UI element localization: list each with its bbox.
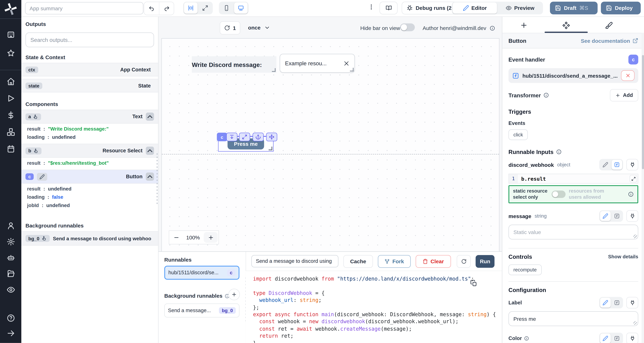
- component-row-header[interactable]: aText: [21, 110, 158, 124]
- sidebar-folders[interactable]: [6, 269, 15, 279]
- centered-layout-button[interactable]: [184, 2, 198, 14]
- resize-grip[interactable]: [633, 321, 637, 325]
- refresh-count-button[interactable]: 1: [220, 21, 240, 34]
- background-runnable-row[interactable]: bg_0Send a message to discord using webh…: [21, 231, 158, 246]
- output-row[interactable]: ctxApp Context: [21, 63, 158, 76]
- full-width-layout-button[interactable]: [198, 2, 212, 14]
- code-editor[interactable]: import discordwebhook from "https://deno…: [246, 271, 502, 343]
- info-icon[interactable]: [524, 336, 529, 341]
- tab-styling[interactable]: [601, 20, 616, 30]
- tab-editor[interactable]: Editor: [452, 2, 497, 14]
- clear-selection-icon[interactable]: [343, 60, 350, 66]
- output-prop-row[interactable]: result:"$res:u/henri/testing_bot": [21, 159, 158, 167]
- clear-button[interactable]: Clear: [416, 255, 451, 268]
- sidebar-audit-logs[interactable]: [6, 286, 15, 295]
- run-button[interactable]: Run: [476, 255, 494, 268]
- static-input-button[interactable]: [600, 298, 611, 308]
- anchor-component-button[interactable]: [252, 133, 264, 141]
- output-row[interactable]: stateState: [21, 79, 158, 92]
- resize-handle[interactable]: [269, 147, 272, 150]
- zoom-in-button[interactable]: [204, 232, 218, 243]
- control-chip[interactable]: recompute: [508, 264, 542, 275]
- text-component[interactable]: Write Discord message:: [192, 56, 276, 72]
- sidebar-favorites[interactable]: [6, 49, 15, 59]
- collapse-chevron-button[interactable]: [146, 172, 154, 181]
- tab-preview[interactable]: Preview: [498, 2, 542, 14]
- scrollbar-thumb[interactable]: [642, 55, 644, 169]
- resource-select-component[interactable]: Example resou...: [280, 54, 355, 73]
- eval-input-button[interactable]: [612, 334, 622, 343]
- mobile-view-button[interactable]: [220, 2, 233, 14]
- collapse-chevron-button[interactable]: [146, 147, 154, 155]
- sidebar-schedules[interactable]: [6, 144, 15, 154]
- output-prop-row[interactable]: result:"Write Discord message:": [21, 125, 158, 133]
- label-value-input[interactable]: [508, 311, 638, 326]
- add-transformer-button[interactable]: Add: [610, 89, 638, 102]
- eval-input-button[interactable]: [612, 160, 622, 170]
- output-prop-row[interactable]: loading:false: [21, 193, 158, 201]
- undo-button[interactable]: [144, 2, 159, 15]
- static-input-button[interactable]: [600, 160, 611, 170]
- output-prop-row[interactable]: loading:undefined: [21, 133, 158, 141]
- remove-handler-button[interactable]: [621, 70, 634, 81]
- info-icon[interactable]: [543, 92, 549, 98]
- static-input-button[interactable]: [600, 211, 611, 221]
- sidebar-resources[interactable]: [6, 128, 15, 138]
- sidebar-settings[interactable]: [6, 237, 15, 247]
- info-icon[interactable]: [628, 192, 634, 197]
- scrollbar[interactable]: [642, 33, 644, 343]
- expand-component-button[interactable]: [239, 133, 250, 141]
- message-value-input[interactable]: [508, 225, 638, 240]
- resize-handle[interactable]: [350, 68, 354, 72]
- fork-button[interactable]: Fork: [378, 255, 411, 268]
- app-summary-input[interactable]: [25, 2, 143, 14]
- redo-button[interactable]: [159, 2, 174, 15]
- tab-component-settings[interactable]: [558, 20, 573, 30]
- connect-input-button[interactable]: [626, 333, 638, 343]
- output-prop-row[interactable]: jobId:undefined: [21, 201, 158, 210]
- event-handler-item[interactable]: hub/1511/discord/send_a_message_...: [508, 68, 638, 83]
- script-name-input[interactable]: [251, 255, 338, 268]
- cache-button[interactable]: Cache: [343, 255, 373, 268]
- panel-resize-handle[interactable]: [156, 152, 158, 206]
- resource-mode-toggle[interactable]: [552, 190, 566, 198]
- app-canvas[interactable]: Write Discord message: Example resou... …: [162, 38, 500, 251]
- dock-component-button[interactable]: [226, 133, 237, 141]
- sidebar-workspace[interactable]: [6, 30, 15, 40]
- run-mode-select[interactable]: once: [248, 21, 270, 34]
- draft-button[interactable]: Draft ⌘S: [550, 2, 598, 14]
- eval-input-button[interactable]: [612, 298, 622, 308]
- runnable-item[interactable]: hub/1511/discord/se...c: [164, 266, 240, 280]
- connect-input-button[interactable]: [626, 159, 638, 170]
- hide-bar-toggle[interactable]: [400, 24, 415, 31]
- copy-code-button[interactable]: [468, 279, 480, 289]
- resize-handle[interactable]: [272, 68, 276, 72]
- component-row-header[interactable]: cButton: [21, 170, 158, 184]
- expression-editor[interactable]: 1 b.result: [508, 174, 638, 184]
- sidebar-expand[interactable]: [6, 329, 15, 339]
- info-icon[interactable]: [490, 25, 495, 31]
- eval-input-button[interactable]: [612, 211, 622, 221]
- deploy-button[interactable]: Deploy: [601, 2, 641, 14]
- sidebar-variables[interactable]: [6, 111, 15, 121]
- show-details-link[interactable]: Show details: [608, 254, 638, 260]
- desktop-view-button[interactable]: [234, 2, 248, 14]
- sidebar-help[interactable]: [6, 314, 15, 324]
- expand-editor-button[interactable]: [630, 175, 637, 182]
- resize-grip[interactable]: [633, 234, 637, 238]
- refresh-script-button[interactable]: [457, 255, 471, 268]
- move-component-button[interactable]: [266, 133, 277, 141]
- edit-component-button[interactable]: [37, 173, 48, 180]
- see-documentation-link[interactable]: See documentation: [581, 38, 638, 44]
- connect-input-button[interactable]: [626, 210, 638, 222]
- more-menu-button[interactable]: [366, 3, 377, 12]
- tab-insert-component[interactable]: [516, 20, 531, 30]
- zoom-out-button[interactable]: [169, 231, 183, 244]
- component-row-header[interactable]: bResource Select: [21, 144, 158, 158]
- connect-input-button[interactable]: [626, 297, 638, 308]
- background-runnable-item[interactable]: Send a message...bg_0: [164, 304, 240, 318]
- windmill-logo[interactable]: [4, 3, 17, 15]
- sidebar-users[interactable]: [6, 221, 15, 231]
- sidebar-home[interactable]: [6, 77, 15, 87]
- info-icon[interactable]: [556, 149, 562, 155]
